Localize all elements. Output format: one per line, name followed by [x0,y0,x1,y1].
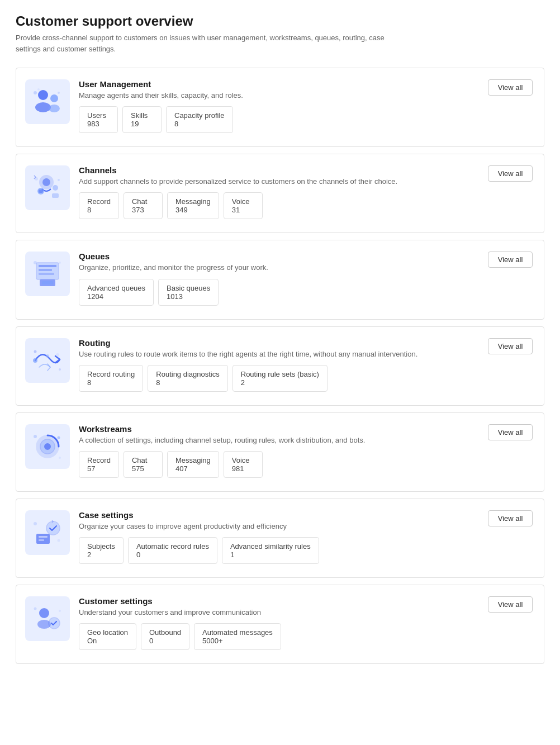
queues-title: Queues [79,252,479,261]
svg-point-31 [34,435,37,438]
user-management-content: User Management Manage agents and their … [79,79,533,135]
customer-settings-icon [25,596,70,641]
stat-automated-messages: Automated messages 5000+ [194,623,281,650]
svg-point-38 [34,522,37,525]
svg-point-24 [46,354,49,358]
stat-ws-chat: Chat 575 [124,451,163,478]
routing-view-all[interactable]: View all [488,338,533,354]
routing-icon [25,338,70,383]
stat-subjects: Subjects 2 [79,537,124,564]
svg-rect-10 [39,189,43,193]
channels-header: Channels Add support channels to provide… [79,165,533,187]
queues-title-block: Queues Organize, prioritize, and monitor… [79,252,479,273]
case-settings-title: Case settings [79,510,479,520]
customer-settings-title-block: Customer settings Understand your custom… [79,596,479,618]
section-workstreams: Workstreams A collection of settings, in… [16,412,544,492]
svg-point-3 [49,105,60,112]
stat-users: Users 983 [79,106,118,133]
svg-rect-35 [39,536,48,538]
channels-content: Channels Add support channels to provide… [79,165,533,221]
stat-voice: Voice 31 [224,192,263,219]
svg-point-0 [38,90,48,100]
stat-routing-rule-sets: Routing rule sets (basic) 2 [232,365,328,392]
stat-auto-record-rules: Automatic record rules 0 [128,537,217,564]
svg-rect-17 [39,269,52,271]
case-settings-icon [25,510,70,555]
svg-point-30 [44,443,51,450]
svg-point-14 [58,179,60,181]
svg-rect-18 [39,273,54,275]
svg-point-21 [34,261,37,264]
svg-point-43 [34,608,37,610]
channels-title-block: Channels Add support channels to provide… [79,165,479,187]
stat-skills: Skills 19 [122,106,162,133]
case-settings-stats: Subjects 2 Automatic record rules 0 Adva… [79,537,533,566]
customer-settings-content: Customer settings Understand your custom… [79,596,533,652]
channels-view-all[interactable]: View all [488,165,533,182]
stat-messaging: Messaging 349 [167,192,219,219]
routing-title: Routing [79,338,479,348]
stat-geo-location: Geo location On [79,623,136,650]
user-management-stats: Users 983 Skills 19 Capacity profile 8 [79,106,533,135]
svg-rect-34 [36,534,50,544]
page-subtitle: Provide cross-channel support to custome… [16,32,407,54]
svg-rect-12 [52,193,59,198]
case-settings-content: Case settings Organize your cases to imp… [79,510,533,566]
queues-desc: Organize, prioritize, and monitor the pr… [79,263,479,273]
workstreams-view-all[interactable]: View all [488,424,533,440]
stat-advanced-queues: Advanced queues 1204 [79,279,154,306]
stat-capacity-profile: Capacity profile 8 [166,106,233,133]
queues-view-all[interactable]: View all [488,252,533,268]
svg-point-39 [58,539,60,542]
queues-header: Queues Organize, prioritize, and monitor… [79,252,533,273]
svg-point-1 [35,102,51,112]
page-container: Customer support overview Provide cross-… [0,0,560,745]
routing-stats: Record routing 8 Routing diagnostics 8 R… [79,365,533,394]
user-management-view-all[interactable]: View all [488,79,533,96]
svg-point-26 [34,350,37,353]
workstreams-content: Workstreams A collection of settings, in… [79,424,533,480]
routing-content: Routing Use routing rules to route work … [79,338,533,394]
case-settings-desc: Organize your cases to improve agent pro… [79,521,479,532]
workstreams-desc: A collection of settings, including chan… [79,435,479,445]
customer-settings-view-all[interactable]: View all [488,596,533,613]
customer-settings-title: Customer settings [79,596,479,606]
svg-point-22 [59,262,61,264]
section-channels: Channels Add support channels to provide… [16,154,544,233]
stat-outbound: Outbound 0 [141,623,189,650]
stat-ws-messaging: Messaging 407 [167,451,219,478]
queues-icon [25,252,70,296]
svg-point-6 [37,88,40,91]
svg-point-2 [50,94,58,102]
routing-desc: Use routing rules to route work items to… [79,349,479,359]
page-title: Customer support overview [16,13,544,29]
svg-rect-36 [39,539,44,541]
stat-routing-diagnostics: Routing diagnostics 8 [148,365,227,392]
stat-adv-similarity-rules: Advanced similarity rules 1 [222,537,319,564]
svg-point-40 [39,608,49,618]
case-settings-title-block: Case settings Organize your cases to imp… [79,510,479,532]
queues-stats: Advanced queues 1204 Basic queues 1013 [79,279,533,308]
section-case-settings: Case settings Organize your cases to imp… [16,499,544,578]
case-settings-header: Case settings Organize your cases to imp… [79,510,533,532]
channels-title: Channels [79,165,479,175]
stat-chat: Chat 373 [124,192,163,219]
stat-ws-record: Record 57 [79,451,119,478]
stat-basic-queues: Basic queues 1013 [158,279,219,306]
section-user-management: User Management Manage agents and their … [16,68,544,147]
queues-content: Queues Organize, prioritize, and monitor… [79,252,533,307]
case-settings-view-all[interactable]: View all [488,510,533,526]
svg-point-25 [56,353,59,357]
workstreams-header: Workstreams A collection of settings, in… [79,424,533,445]
user-management-icon [25,79,70,124]
channels-desc: Add support channels to provide personal… [79,177,479,187]
svg-point-32 [59,457,61,459]
workstreams-stats: Record 57 Chat 575 Messaging 407 Voice 9… [79,451,533,480]
stat-ws-voice: Voice 981 [224,451,263,478]
stat-record: Record 8 [79,192,119,219]
svg-rect-20 [42,281,53,284]
svg-point-8 [42,178,50,186]
routing-title-block: Routing Use routing rules to route work … [79,338,479,359]
customer-settings-desc: Understand your customers and improve co… [79,608,479,618]
svg-point-44 [59,610,61,612]
